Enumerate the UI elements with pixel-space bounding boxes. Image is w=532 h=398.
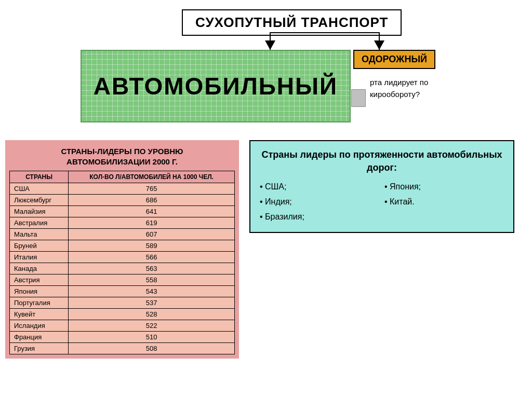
table-cell: 765 — [69, 183, 235, 195]
table-row: Исландия522 — [10, 320, 235, 332]
table-cell: 528 — [69, 309, 235, 320]
table-row: Австралия619 — [10, 217, 235, 229]
table-cell: 641 — [69, 206, 235, 217]
table-cell: Франция — [10, 332, 69, 343]
list-item: • США; — [260, 180, 379, 195]
table-cell: 522 — [69, 320, 235, 332]
table-row: Италия566 — [10, 252, 235, 263]
col-header-count: КОЛ-ВО Л/АВТОМОБИЛЕЙ НА 1000 ЧЕЛ. — [69, 171, 235, 183]
table-cell: 566 — [69, 252, 235, 263]
table-row: Грузия508 — [10, 343, 235, 354]
table-cell: Австрия — [10, 275, 69, 286]
table-cell: Португалия — [10, 297, 69, 309]
table-row: Бруней589 — [10, 240, 235, 252]
mobilization-table: СТРАНЫ КОЛ-ВО Л/АВТОМОБИЛЕЙ НА 1000 ЧЕЛ.… — [9, 171, 235, 354]
pink-table-title: СТРАНЫ-ЛИДЕРЫ ПО УРОВНЮ АВТОМОБИЛИЗАЦИИ … — [9, 146, 235, 167]
arrow-left — [265, 40, 275, 50]
table-cell: Канада — [10, 263, 69, 275]
green-box-label: АВТОМОБИЛЬНЫЙ — [94, 72, 338, 100]
table-row: Кувейт528 — [10, 309, 235, 320]
table-cell: Исландия — [10, 320, 69, 332]
table-row: Люксембург686 — [10, 195, 235, 206]
right-text-line1: рта лидирует по — [370, 77, 428, 89]
table-cell: Австралия — [10, 217, 69, 229]
table-row: Мальта607 — [10, 229, 235, 240]
table-row: Малайзия641 — [10, 206, 235, 217]
table-cell: Япония — [10, 286, 69, 297]
table-row: Португалия537 — [10, 297, 235, 309]
right-text-line2: кирообороту? — [370, 89, 428, 101]
list-item: • Бразилия; — [260, 210, 379, 225]
cyan-box-list: • США;• Япония;• Индия;• Китай.• Бразили… — [260, 180, 504, 224]
table-cell: 619 — [69, 217, 235, 229]
list-item: • Китай. — [384, 195, 504, 210]
horiz-connector — [270, 32, 380, 33]
list-item: • Индия; — [260, 195, 379, 210]
table-cell: Кувейт — [10, 309, 69, 320]
cyan-box-title: Страны лидеры по протяженности автомобил… — [260, 148, 504, 174]
table-row: Франция510 — [10, 332, 235, 343]
table-cell: 510 — [69, 332, 235, 343]
table-cell: 607 — [69, 229, 235, 240]
table-row: Канада563 — [10, 263, 235, 275]
table-cell: Бруней — [10, 240, 69, 252]
table-cell: Люксембург — [10, 195, 69, 206]
table-row: США765 — [10, 183, 235, 195]
orange-label-box: ОДОРОЖНЫЙ — [353, 50, 435, 69]
list-item — [384, 210, 504, 225]
table-cell: Грузия — [10, 343, 69, 354]
table-row: Австрия558 — [10, 275, 235, 286]
table-cell: 558 — [69, 275, 235, 286]
col-header-country: СТРАНЫ — [10, 171, 69, 183]
table-cell: США — [10, 183, 69, 195]
table-cell: 508 — [69, 343, 235, 354]
table-cell: 686 — [69, 195, 235, 206]
right-description: рта лидирует по кирообороту? — [370, 77, 428, 100]
table-cell: Мальта — [10, 229, 69, 240]
table-cell: 543 — [69, 286, 235, 297]
table-cell: Малайзия — [10, 206, 69, 217]
table-cell: 563 — [69, 263, 235, 275]
pink-table-area: СТРАНЫ-ЛИДЕРЫ ПО УРОВНЮ АВТОМОБИЛИЗАЦИИ … — [5, 140, 239, 359]
arrow-right — [374, 40, 384, 50]
cyan-info-box: Страны лидеры по протяженности автомобил… — [249, 140, 514, 233]
small-gray-box — [351, 89, 366, 107]
table-cell: Италия — [10, 252, 69, 263]
green-transport-box: АВТОМОБИЛЬНЫЙ — [81, 50, 351, 122]
table-row: Япония543 — [10, 286, 235, 297]
table-cell: 589 — [69, 240, 235, 252]
list-item: • Япония; — [384, 180, 504, 195]
table-cell: 537 — [69, 297, 235, 309]
